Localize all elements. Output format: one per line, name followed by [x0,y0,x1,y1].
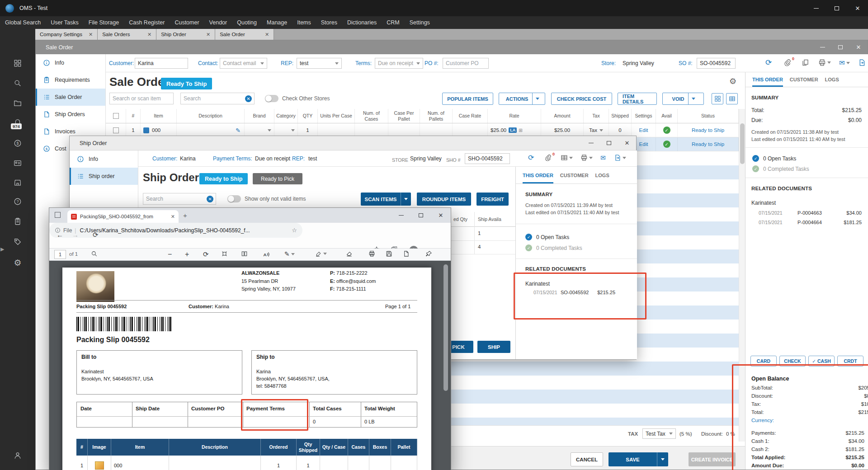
grid-options-icon[interactable] [561,154,573,161]
menu-customer[interactable]: Customer [170,19,204,26]
col-num-cases[interactable]: Num. of Cases [355,109,388,123]
app-titlebar[interactable]: OMS - Test ✕ [0,0,868,16]
dashboard-icon[interactable] [0,54,35,72]
select-all-checkbox[interactable] [113,113,119,119]
menu-vendor[interactable]: Vendor [204,19,232,26]
edit-link[interactable]: Edit [639,127,648,133]
completed-tasks[interactable]: ✓0 Completed Tasks [752,165,809,172]
menu-crm[interactable]: CRM [382,19,404,26]
popular-items-button[interactable]: POPULAR ITEMS [442,93,493,105]
actions-dropdown-caret[interactable] [532,93,542,104]
app-minimize-button[interactable] [806,0,826,16]
sidebar-expander-arrow[interactable]: ▶ [0,246,4,252]
scan-items-button[interactable]: SCAN ITEMS [361,193,411,206]
tab-close-icon[interactable]: ✕ [171,214,175,220]
export-icon[interactable] [614,154,626,161]
roundup-items-button[interactable]: ROUNDUP ITEMS [417,193,471,206]
rate-options-icon[interactable]: ⊞ [519,128,522,133]
tab-company-settings[interactable]: Company Settings✕ [35,29,98,40]
refresh-icon[interactable]: ⟳ [528,154,534,161]
user-profile-icon[interactable] [0,446,35,465]
cancel-button[interactable]: CANCEL [571,452,603,466]
so-number-input[interactable] [697,58,736,69]
menu-settings[interactable]: Settings [405,19,435,26]
menu-user-tasks[interactable]: User Tasks [46,19,84,26]
browser-minimize-button[interactable] [391,208,411,223]
new-tab-button[interactable]: + [183,212,187,219]
freight-button[interactable]: FREIGHT [476,193,509,206]
related-doc-row[interactable]: 07/15/2021 P-0004663 $34.00 [745,210,868,219]
category-dropdown-caret[interactable] [291,129,295,132]
col-units-per-case[interactable]: Units Per Case [318,109,355,123]
nav-ship-orders[interactable]: Ship Orders [36,106,105,123]
col-shipped[interactable]: Shipped [609,109,632,123]
page-number-input[interactable]: 1 [54,250,66,259]
col-tax[interactable]: Tax [584,109,609,123]
forward-button[interactable]: → [72,231,79,239]
browser-maximize-button[interactable] [411,208,431,223]
open-tasks[interactable]: ✓0 Open Tasks [525,234,569,240]
edit-link[interactable]: Edit [639,141,648,147]
nav-sale-order[interactable]: Sale Order [36,89,105,106]
pdf-search-icon[interactable] [91,250,98,257]
app-maximize-button[interactable] [826,0,847,16]
draw-icon[interactable]: ✎ [284,250,295,258]
save-button[interactable]: SAVE [609,452,668,466]
search-icon[interactable] [0,74,35,92]
col-category[interactable]: Category [274,109,298,123]
col-avail[interactable]: Avail [656,109,678,123]
print-icon[interactable] [580,154,593,161]
page-view-icon[interactable] [241,250,248,257]
clear-search-icon[interactable]: ✕ [207,196,213,202]
rep-dropdown[interactable]: test [297,58,342,69]
close-icon[interactable]: ✕ [141,32,151,38]
nav-info[interactable]: Info [36,54,105,71]
void-dropdown-caret[interactable] [688,93,698,104]
print-icon[interactable] [818,59,831,66]
check-price-cost-button[interactable]: CHECK PRICE COST [551,93,612,105]
tab-logs[interactable]: LOGS [595,167,609,183]
store-icon[interactable] [0,174,35,192]
col-qty[interactable]: QTY [298,109,318,123]
tab-actions-icon[interactable] [55,212,61,218]
actions-button[interactable]: ACTIONS [499,93,545,105]
save-dropdown-caret[interactable] [657,452,668,466]
tab-sale-orders[interactable]: Sale Orders✕ [98,29,156,40]
zoom-out-icon[interactable]: − [168,250,172,258]
window-restore-button[interactable] [831,40,849,54]
tab-customer[interactable]: CUSTOMER [790,72,818,87]
nav-info[interactable]: Info [70,150,138,168]
document-number[interactable]: P-0004663 [797,210,822,216]
contacts-icon[interactable] [0,154,35,172]
close-icon[interactable]: ✕ [82,32,93,38]
window-minimize-button[interactable] [582,136,600,150]
ready-to-pick-button[interactable]: Ready to Pick [253,173,302,184]
window-maximize-button[interactable] [600,136,618,150]
menu-quoting[interactable]: Quoting [232,19,262,26]
tab-logs[interactable]: LOGS [825,72,839,87]
col-number[interactable]: # [126,109,141,123]
grid-view-icon[interactable] [712,93,723,104]
payments-icon[interactable] [0,134,35,152]
col-item[interactable]: Item [141,109,177,123]
refresh-icon[interactable]: ⟳ [765,59,772,66]
browser-close-button[interactable]: ✕ [431,208,451,223]
terms-dropdown[interactable]: Due on receipt [375,58,423,69]
customer-input[interactable] [135,58,188,69]
fit-page-icon[interactable] [221,250,228,257]
ship-button[interactable]: SHIP [477,341,510,353]
attachments-icon[interactable]: 0 [544,154,552,161]
tab-sale-order[interactable]: Sale Order✕ [215,29,274,40]
highlight-icon[interactable] [315,250,327,257]
nav-requirements[interactable]: Requirements [36,71,105,89]
back-button[interactable]: ← [57,231,63,239]
not-valid-items-toggle[interactable] [227,195,241,202]
copy-icon[interactable] [802,59,809,66]
document-number[interactable]: P-0004664 [797,220,822,225]
clear-search-icon[interactable]: ✕ [245,95,252,102]
tab-this-order[interactable]: THIS ORDER [752,72,783,87]
col-shipped-qty[interactable]: ed Qty [453,216,467,222]
menu-stores[interactable]: Stores [316,19,342,26]
po-input[interactable] [443,58,489,69]
email-icon[interactable]: ✉ [600,154,606,161]
